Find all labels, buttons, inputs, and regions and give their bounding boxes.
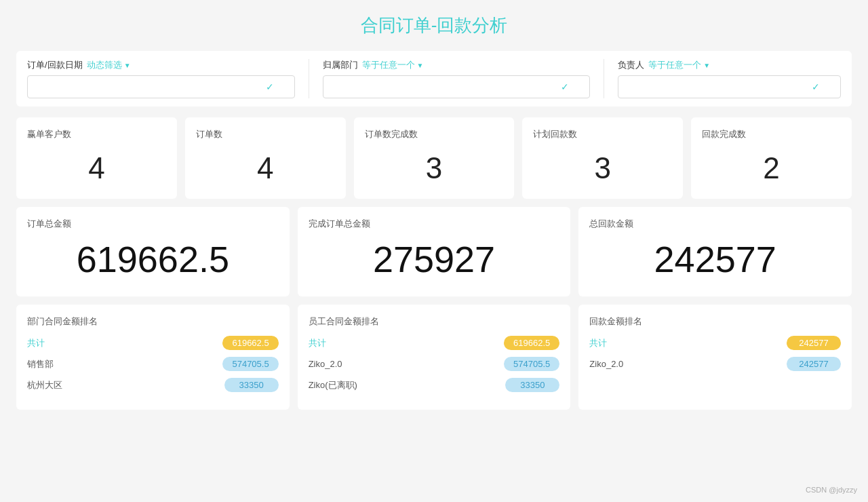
person-filter-group: 负责人 等于任意一个 ▼ ✓	[618, 59, 841, 98]
stat-label-3: 计划回款数	[533, 128, 672, 140]
big-stat-label-2: 总回款金额	[589, 218, 841, 230]
watermark: CSDN @jdyzzy	[806, 486, 857, 494]
date-filter-tag[interactable]: 动态筛选 ▼	[87, 59, 131, 71]
stat-value-2: 3	[365, 151, 504, 185]
ranking-card-1: 员工合同金额排名 共计 619662.5 Ziko_2.0 574705.5 Z…	[298, 305, 571, 410]
stat-label-2: 订单数完成数	[365, 128, 504, 140]
ranking-title-1: 员工合同金额排名	[309, 315, 560, 328]
ranking-item-2-1: Ziko_2.0 242577	[589, 357, 841, 371]
date-check-icon: ✓	[266, 81, 274, 92]
big-stat-card-1: 完成订单总金额 275927	[298, 207, 571, 296]
person-chevron-icon: ▼	[703, 62, 710, 69]
ranking-item-1-0: 共计 619662.5	[309, 336, 560, 350]
ranking-item-badge-2-0: 242577	[787, 336, 841, 350]
ranking-row: 部门合同金额排名 共计 619662.5 销售部 574705.5 杭州大区 3…	[16, 305, 852, 410]
ranking-item-name-2-0: 共计	[589, 337, 607, 349]
stat-value-3: 3	[533, 151, 672, 185]
ranking-card-2: 回款金额排名 共计 242577 Ziko_2.0 242577	[578, 305, 852, 410]
person-filter-label: 负责人 等于任意一个 ▼	[618, 59, 841, 71]
ranking-title-2: 回款金额排名	[589, 315, 841, 328]
dept-select-box[interactable]: ✓	[323, 75, 591, 98]
dept-filter-label: 归属部门 等于任意一个 ▼	[323, 59, 591, 71]
stat-label-1: 订单数	[196, 128, 335, 140]
date-select-box[interactable]: ✓	[27, 75, 295, 98]
stat-card-1: 订单数 4	[185, 117, 346, 199]
stat-card-2: 订单数完成数 3	[354, 117, 515, 199]
stat-card-0: 赢单客户数 4	[16, 117, 177, 199]
stat-value-0: 4	[27, 151, 166, 185]
date-filter-label: 订单/回款日期 动态筛选 ▼	[27, 59, 295, 71]
ranking-item-0-2: 杭州大区 33350	[27, 378, 279, 392]
big-stat-value-2: 242577	[589, 238, 841, 280]
dept-check-icon: ✓	[561, 81, 569, 92]
filter-divider-2	[604, 59, 604, 98]
ranking-item-name-1-2: Ziko(已离职)	[309, 379, 357, 391]
stat-label-0: 赢单客户数	[27, 128, 166, 140]
ranking-title-0: 部门合同金额排名	[27, 315, 279, 328]
big-stat-value-0: 619662.5	[27, 238, 279, 280]
big-stat-label-1: 完成订单总金额	[309, 218, 560, 230]
big-stats-row: 订单总金额 619662.5 完成订单总金额 275927 总回款金额 2425…	[16, 207, 852, 296]
big-stat-card-0: 订单总金额 619662.5	[16, 207, 290, 296]
ranking-item-badge-0-2: 33350	[224, 378, 279, 392]
stat-card-3: 计划回款数 3	[522, 117, 683, 199]
ranking-item-name-0-2: 杭州大区	[27, 379, 62, 391]
ranking-item-badge-1-2: 33350	[505, 378, 559, 392]
person-filter-tag[interactable]: 等于任意一个 ▼	[648, 59, 710, 71]
ranking-item-badge-0-0: 619662.5	[222, 336, 278, 350]
big-stat-label-0: 订单总金额	[27, 218, 279, 230]
filter-row: 订单/回款日期 动态筛选 ▼ ✓ 归属部门 等于任意一个 ▼ ✓	[16, 51, 852, 107]
date-filter-group: 订单/回款日期 动态筛选 ▼ ✓	[27, 59, 295, 98]
stats-row: 赢单客户数 4 订单数 4 订单数完成数 3 计划回款数 3 回款完成数 2	[16, 117, 852, 199]
ranking-card-0: 部门合同金额排名 共计 619662.5 销售部 574705.5 杭州大区 3…	[16, 305, 290, 410]
stat-label-4: 回款完成数	[702, 128, 841, 140]
ranking-item-name-1-1: Ziko_2.0	[309, 359, 342, 369]
stat-value-1: 4	[196, 151, 335, 185]
big-stat-value-1: 275927	[309, 238, 560, 280]
dept-chevron-icon: ▼	[417, 62, 424, 69]
filter-divider-1	[309, 59, 309, 98]
ranking-item-badge-0-1: 574705.5	[222, 357, 278, 371]
person-select-box[interactable]: ✓	[618, 75, 841, 98]
ranking-item-name-2-1: Ziko_2.0	[589, 359, 623, 369]
big-stat-card-2: 总回款金额 242577	[578, 207, 852, 296]
dept-filter-tag[interactable]: 等于任意一个 ▼	[362, 59, 424, 71]
ranking-item-name-0-1: 销售部	[27, 358, 54, 370]
ranking-item-badge-1-1: 574705.5	[504, 357, 559, 371]
person-check-icon: ✓	[812, 81, 820, 92]
stat-value-4: 2	[702, 151, 841, 185]
page-title: 合同订单-回款分析	[16, 14, 852, 37]
date-chevron-icon: ▼	[124, 62, 131, 69]
ranking-item-1-2: Ziko(已离职) 33350	[309, 378, 560, 392]
ranking-item-badge-2-1: 242577	[787, 357, 841, 371]
stat-card-4: 回款完成数 2	[691, 117, 852, 199]
ranking-item-name-0-0: 共计	[27, 337, 45, 349]
ranking-item-2-0: 共计 242577	[589, 336, 841, 350]
ranking-item-1-1: Ziko_2.0 574705.5	[309, 357, 560, 371]
ranking-item-0-1: 销售部 574705.5	[27, 357, 279, 371]
ranking-item-name-1-0: 共计	[309, 337, 326, 349]
ranking-item-0-0: 共计 619662.5	[27, 336, 279, 350]
dept-filter-group: 归属部门 等于任意一个 ▼ ✓	[323, 59, 591, 98]
page-wrapper: 合同订单-回款分析 订单/回款日期 动态筛选 ▼ ✓ 归属部门 等于任意一个	[0, 0, 868, 423]
ranking-item-badge-1-0: 619662.5	[504, 336, 559, 350]
